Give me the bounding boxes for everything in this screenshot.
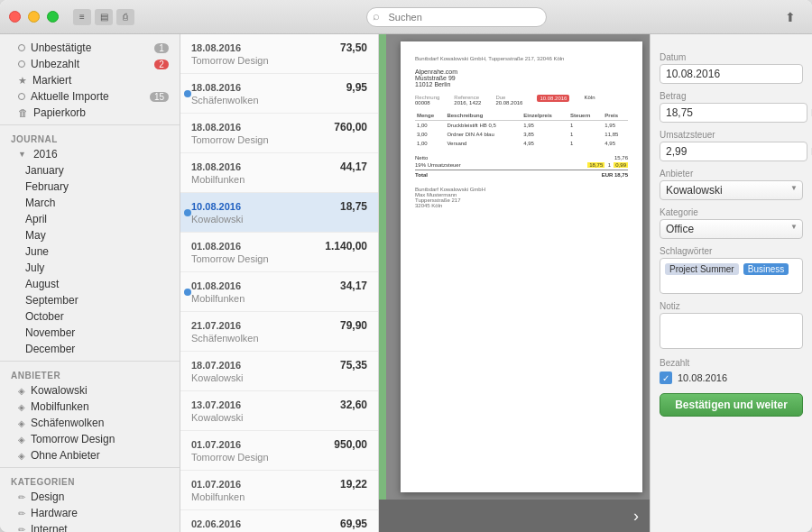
- sidebar-item-february[interactable]: February: [0, 179, 180, 195]
- sidebar-item-april[interactable]: April: [0, 211, 180, 227]
- list-item[interactable]: 02.06.2016 69,95 Schäfenwolken: [180, 510, 378, 532]
- list-item-amount: 73,50: [340, 41, 367, 54]
- list-item-amount: 69,95: [340, 518, 367, 530]
- col-header: Beschreibung: [445, 111, 521, 121]
- bezahlt-date: 10.08.2016: [678, 372, 727, 383]
- list-item-vendor: Kowalowski: [191, 412, 367, 423]
- list-item-date: 18.07.2016: [191, 360, 241, 371]
- dot-icon: [18, 60, 25, 68]
- list-item-date: 01.07.2016: [191, 439, 241, 450]
- sidebar-item-october[interactable]: October: [0, 308, 180, 325]
- list-item-amount: 75,35: [340, 359, 367, 371]
- sidebar-item-year-2016[interactable]: ▼ 2016: [0, 146, 180, 162]
- sidebar-item-kowalowski[interactable]: ◈ Kowalowski: [0, 382, 180, 399]
- list-item[interactable]: 18.08.2016 760,00 Tomorrow Design: [180, 114, 378, 153]
- badge-importe: 15: [150, 92, 169, 102]
- list-item[interactable]: 01.08.2016 1.140,00 Tomorrow Design: [180, 233, 378, 272]
- list-item[interactable]: 01.07.2016 19,22 Mobilfunken: [180, 471, 378, 510]
- notiz-input[interactable]: [660, 313, 803, 349]
- sidebar-item-label: Markiert: [32, 74, 71, 87]
- list-item-date: 18.08.2016: [191, 122, 241, 133]
- vendor-icon: ◈: [18, 386, 25, 396]
- upload-icon[interactable]: ⬆: [785, 10, 796, 24]
- list-item-amount: 9,95: [346, 81, 367, 94]
- list-item[interactable]: 01.07.2016 950,00 Tomorrow Design: [180, 431, 378, 471]
- sidebar-item-unbestaetigt[interactable]: Unbestätigte 1: [0, 40, 180, 56]
- datum-input[interactable]: [660, 64, 803, 84]
- doc-from-address: Alpenrahe.com Muststraße 99 11012 Berlin: [415, 69, 457, 87]
- sidebar-item-january[interactable]: January: [0, 162, 180, 179]
- month-label: April: [25, 213, 47, 225]
- unread-dot: [184, 209, 191, 216]
- list-item-date: 02.06.2016: [191, 518, 241, 529]
- list-item-vendor: Tomorrow Design: [191, 452, 367, 463]
- search-input[interactable]: [366, 7, 547, 27]
- sidebar-item-november[interactable]: November: [0, 325, 180, 341]
- umsatzsteuer-label: Umsatzsteuer: [660, 130, 803, 140]
- sidebar-item-label: Unbestätigte: [31, 41, 91, 54]
- list-item-amount: 44,17: [340, 161, 367, 173]
- minimize-button[interactable]: [28, 11, 40, 23]
- month-label: March: [25, 197, 55, 209]
- month-label: February: [25, 180, 69, 193]
- sidebar-item-markiert[interactable]: ★ Markiert: [0, 72, 180, 88]
- sidebar-item-august[interactable]: August: [0, 276, 180, 292]
- search-bar[interactable]: [366, 7, 547, 27]
- confirm-button[interactable]: Bestätigen und weiter: [660, 393, 803, 417]
- list-item[interactable]: 10.08.2016 18,75 Kowalowski: [180, 193, 378, 233]
- sidebar-item-aktuelle-importe[interactable]: Aktuelle Importe 15: [0, 88, 180, 105]
- anbieter-select[interactable]: Kowalowski Mobilfunken Schäfenwolken Tom…: [660, 180, 803, 200]
- month-label: January: [25, 164, 64, 177]
- sidebar-item-hardware[interactable]: ✏ Hardware: [0, 505, 180, 521]
- kategorie-select[interactable]: Office Design Hardware Internet: [660, 219, 803, 239]
- col-header: Preis: [603, 111, 628, 121]
- sidebar-item-schaefenwolken[interactable]: ◈ Schäfenwolken: [0, 415, 180, 431]
- sidebar-item-mobilfunken[interactable]: ◈ Mobilfunken: [0, 399, 180, 415]
- sidebar-item-internet[interactable]: ✏ Internet: [0, 521, 180, 532]
- sidebar-item-december[interactable]: December: [0, 341, 180, 357]
- bezahlt-label: Bezahlt: [660, 358, 803, 368]
- sidebar-item-september[interactable]: September: [0, 292, 180, 308]
- list-item[interactable]: 18.08.2016 9,95 Schäfenwolken: [180, 74, 378, 114]
- bezahlt-checkbox[interactable]: ✓: [660, 371, 672, 384]
- sidebar-toggle-icon[interactable]: ≡: [73, 9, 91, 25]
- list-item-vendor: Mobilfunken: [191, 293, 367, 304]
- umsatzsteuer-input[interactable]: [660, 142, 807, 161]
- close-button[interactable]: [9, 11, 21, 23]
- tags-box[interactable]: Project Summer Business: [660, 258, 803, 294]
- sidebar-item-papierkorb[interactable]: 🗑 Papierkorb: [0, 105, 180, 121]
- month-label: December: [25, 343, 75, 355]
- view-icon[interactable]: ▤: [95, 9, 113, 25]
- chevron-down-icon: ▼: [18, 150, 26, 159]
- list-item[interactable]: 18.08.2016 44,17 Mobilfunken: [180, 153, 378, 193]
- list-item[interactable]: 01.08.2016 34,17 Mobilfunken: [180, 272, 378, 312]
- doc-footer-address: Buntbdarf Kowalowski GmbH Max Mustermann…: [415, 187, 628, 208]
- list-item-amount: 32,60: [340, 399, 367, 411]
- sidebar-item-unbezahlt[interactable]: Unbezahlt 2: [0, 56, 180, 72]
- maximize-button[interactable]: [47, 11, 59, 23]
- anbieter-section-label: ANBIETER: [0, 365, 180, 382]
- list-item-vendor: Kowalowski: [191, 214, 367, 225]
- list-item-vendor: Tomorrow Design: [191, 55, 367, 66]
- month-label: May: [25, 229, 46, 242]
- sidebar-item-june[interactable]: June: [0, 243, 180, 260]
- year-label: 2016: [33, 148, 58, 161]
- sidebar-item-ohne-anbieter[interactable]: ◈ Ohne Anbieter: [0, 447, 180, 463]
- titlebar: ≡ ▤ ⎙ ⬆: [0, 0, 812, 34]
- sidebar-item-july[interactable]: July: [0, 260, 180, 276]
- sidebar-item-may[interactable]: May: [0, 227, 180, 243]
- next-page-arrow[interactable]: ›: [633, 507, 639, 526]
- list-item[interactable]: 18.08.2016 73,50 Tomorrow Design: [180, 34, 378, 74]
- sidebar-item-design[interactable]: ✏ Design: [0, 489, 180, 505]
- anbieter-label: Anbieter: [660, 169, 803, 179]
- sidebar-item-label: Schäfenwolken: [31, 417, 104, 429]
- list-item[interactable]: 18.07.2016 75,35 Kowalowski: [180, 352, 378, 391]
- kategorie-select-wrapper: Office Design Hardware Internet: [660, 219, 803, 239]
- category-icon: ✏: [18, 525, 25, 533]
- betrag-input[interactable]: [660, 103, 807, 123]
- list-item[interactable]: 13.07.2016 32,60 Kowalowski: [180, 391, 378, 431]
- print-icon[interactable]: ⎙: [116, 9, 134, 25]
- sidebar-item-tomorrow-design[interactable]: ◈ Tomorrow Design: [0, 431, 180, 447]
- list-item[interactable]: 21.07.2016 79,90 Schäfenwolken: [180, 312, 378, 352]
- sidebar-item-march[interactable]: March: [0, 195, 180, 211]
